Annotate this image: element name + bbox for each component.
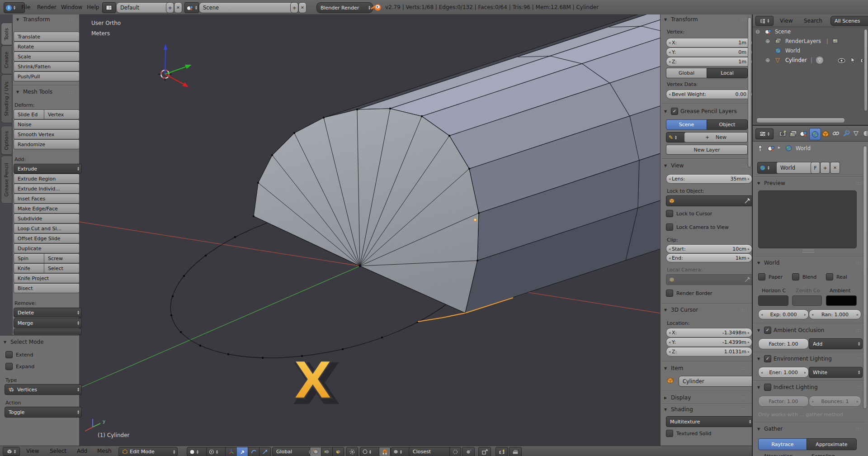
tool-button-shrink-fatten[interactable]: Shrink/Fatten bbox=[14, 62, 80, 71]
pin-icon[interactable] bbox=[757, 145, 763, 152]
panel-header-transform[interactable]: ▼Transform:::: bbox=[16, 16, 76, 23]
vertex-z-field[interactable]: ◂Z:1m▸ bbox=[666, 57, 752, 66]
tool-button-noise[interactable]: Noise bbox=[14, 119, 80, 129]
grease-pencil-enable-checkbox[interactable]: ✓ bbox=[671, 108, 678, 115]
tool-button-bisect[interactable]: Bisect bbox=[14, 283, 80, 293]
screen-layout-add-button[interactable]: + bbox=[166, 2, 174, 13]
tab-world[interactable] bbox=[809, 128, 821, 140]
editor-type-outliner-button[interactable]: ▲▼ bbox=[755, 16, 774, 26]
cursor-x-field[interactable]: ◂X:-1.3498m▸ bbox=[666, 328, 752, 337]
lock-object-picker[interactable] bbox=[666, 195, 753, 206]
menu-select[interactable]: Select bbox=[50, 446, 66, 456]
menu-file[interactable]: File bbox=[21, 2, 30, 12]
tab-options[interactable]: Options bbox=[1, 126, 12, 155]
scene-delete-button[interactable]: ✕ bbox=[298, 2, 307, 13]
panel-header-select-mode[interactable]: ▼Select Mode bbox=[4, 339, 76, 345]
blend-sky-checkbox[interactable]: Blend bbox=[792, 273, 816, 280]
real-sky-checkbox[interactable]: Real bbox=[826, 273, 847, 280]
shading-mode-dropdown[interactable]: Multitexture▲▼ bbox=[666, 416, 754, 427]
exposure-field[interactable]: ◂Exp: 0.000▸ bbox=[758, 309, 809, 319]
item-name-field[interactable]: Cylinder bbox=[679, 376, 755, 387]
vertex-select-mode-button[interactable] bbox=[310, 447, 321, 456]
gp-new-layer-button[interactable]: New Layer bbox=[666, 145, 748, 155]
expand-toggle-icon[interactable]: ⊕ bbox=[765, 57, 770, 63]
eyedropper-icon[interactable] bbox=[745, 198, 750, 204]
lens-field[interactable]: ◂Lens:35mm▸ bbox=[666, 174, 752, 184]
gather-raytrace-button[interactable]: Raytrace bbox=[758, 438, 807, 450]
tool-button-push-pull[interactable]: Push/Pull bbox=[14, 71, 80, 81]
local-camera-picker[interactable] bbox=[666, 274, 753, 285]
expand-toggle-icon[interactable]: ⊕ bbox=[765, 38, 770, 44]
menu-view[interactable]: View bbox=[26, 446, 39, 456]
manipulator-rotate-button[interactable] bbox=[248, 447, 259, 456]
paper-sky-checkbox[interactable]: Paper bbox=[758, 273, 783, 280]
tool-button-knife-project[interactable]: Knife Project bbox=[14, 273, 80, 283]
editor-type-properties-button[interactable]: ▲▼ bbox=[755, 128, 774, 139]
outliner-row-scene[interactable]: ⊖ Scene bbox=[753, 27, 868, 37]
outliner-menu-view[interactable]: View bbox=[780, 16, 793, 26]
fake-user-button[interactable]: F bbox=[811, 162, 820, 174]
gp-object-button[interactable]: Object bbox=[707, 119, 748, 130]
tool-button-slide-edge[interactable]: Slide Ed bbox=[14, 109, 48, 119]
tool-button-translate[interactable]: Translate bbox=[14, 32, 80, 42]
tool-button-inset-faces[interactable]: Inset Faces bbox=[14, 194, 80, 204]
panel-header-preview[interactable]: ▼Preview:::: bbox=[757, 180, 865, 186]
expand-checkbox[interactable]: Expand bbox=[5, 363, 34, 370]
breadcrumb-world-icon[interactable] bbox=[785, 145, 792, 152]
screen-layout-icon-button[interactable] bbox=[102, 2, 116, 13]
range-field[interactable]: ◂Ran: 1.000▸ bbox=[809, 309, 861, 319]
render-border-checkbox[interactable]: Render Border bbox=[666, 290, 712, 297]
gp-new-button[interactable]: +New bbox=[684, 132, 748, 142]
local-button[interactable]: Local bbox=[707, 68, 748, 78]
indirect-factor-field[interactable]: Factor: 1.00 bbox=[758, 396, 809, 407]
tab-scene-icon[interactable] bbox=[799, 130, 807, 137]
tool-button-extrude-region[interactable]: Extrude Region bbox=[14, 174, 80, 184]
panel-header-gather[interactable]: ▼Gather:::: bbox=[757, 426, 865, 432]
tool-button-make-edge-face[interactable]: Make Edge/Face bbox=[14, 204, 80, 214]
collapse-toggle-icon[interactable]: ⊖ bbox=[755, 28, 760, 35]
pivot-dropdown[interactable]: ▲▼ bbox=[206, 447, 228, 456]
menu-add[interactable]: Add bbox=[77, 446, 87, 456]
outliner-item-label[interactable]: Cylinder bbox=[785, 57, 807, 63]
tool-button-subdivide[interactable]: Subdivide bbox=[14, 214, 80, 223]
global-button[interactable]: Global bbox=[666, 68, 707, 78]
panel-header-shading[interactable]: ▼Shading:::: bbox=[664, 406, 749, 413]
merge-menu[interactable]: Merge▲▼ bbox=[14, 318, 82, 328]
panel-header-transform-n[interactable]: ▼Transform:::: bbox=[664, 16, 749, 23]
panel-header-ambient-occlusion[interactable]: ▼✓Ambient Occlusion:::: bbox=[757, 327, 865, 334]
outliner-menu-search[interactable]: Search bbox=[804, 16, 822, 26]
panel-header-item[interactable]: ▼Item:::: bbox=[664, 365, 749, 371]
panel-header-view[interactable]: ▼View:::: bbox=[664, 162, 749, 169]
type-dropdown[interactable]: Vertices ▲▼ bbox=[5, 384, 82, 395]
snap-align-button[interactable] bbox=[462, 447, 475, 456]
manipulator-translate-button[interactable] bbox=[236, 447, 248, 456]
ao-enable-checkbox[interactable]: ✓ bbox=[764, 327, 771, 334]
mesh-cylinder-cap[interactable] bbox=[253, 108, 480, 314]
properties-scrollbar[interactable] bbox=[863, 146, 867, 409]
clip-end-field[interactable]: ◂End:1km▸ bbox=[666, 253, 752, 262]
action-dropdown[interactable]: Toggle ▲▼ bbox=[5, 407, 82, 418]
visibility-eye-icon[interactable] bbox=[838, 58, 845, 63]
screen-layout-delete-button[interactable]: ✕ bbox=[174, 2, 182, 13]
env-enable-checkbox[interactable]: ✓ bbox=[764, 355, 771, 362]
breadcrumb-scene-icon[interactable] bbox=[767, 145, 775, 152]
manipulate-origins-button[interactable] bbox=[478, 447, 491, 456]
outliner-item-label[interactable]: RenderLayers bbox=[785, 38, 821, 44]
vertex-y-field[interactable]: ◂Y:0m▸ bbox=[666, 48, 752, 57]
tab-render-icon[interactable] bbox=[779, 130, 787, 137]
menu-help[interactable]: Help bbox=[87, 2, 99, 12]
tool-button-spin[interactable]: Spin bbox=[14, 253, 48, 263]
lock-to-cursor-checkbox[interactable]: Lock to Cursor bbox=[666, 210, 712, 217]
opengl-render-anim-button[interactable] bbox=[509, 447, 522, 456]
tab-object-icon[interactable] bbox=[822, 130, 829, 138]
ao-factor-field[interactable]: Factor: 1.00 bbox=[758, 338, 809, 349]
textured-solid-checkbox[interactable]: Textured Solid bbox=[666, 430, 712, 437]
extend-checkbox[interactable]: Extend bbox=[5, 351, 33, 358]
horizon-color-swatch[interactable] bbox=[758, 295, 788, 306]
clipped-menu[interactable] bbox=[14, 328, 82, 335]
ao-blend-dropdown[interactable]: Add▲▼ bbox=[809, 338, 863, 349]
tool-button-randomize[interactable]: Randomize bbox=[14, 139, 80, 149]
limit-selection-visible-button[interactable] bbox=[346, 447, 358, 456]
tab-tools[interactable]: Tools bbox=[1, 23, 12, 45]
snap-peel-button[interactable] bbox=[449, 447, 461, 456]
